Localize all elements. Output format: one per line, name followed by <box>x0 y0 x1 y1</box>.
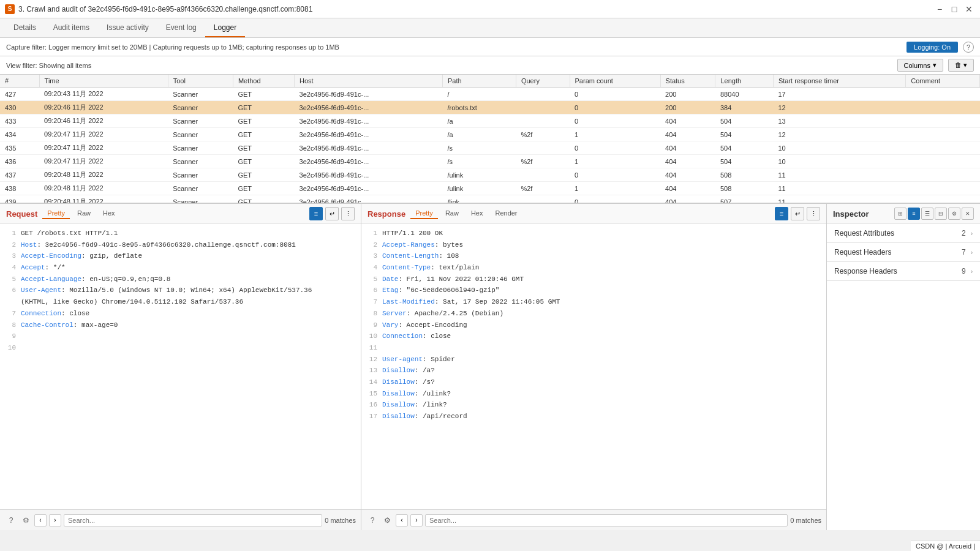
window-controls: − □ ✕ <box>933 3 975 15</box>
bottom-panel: Request Pretty Raw Hex ≡ ↵ ⋮ 1GET /robot… <box>0 203 980 530</box>
response-line: 9Vary: Accept-Encoding <box>368 320 820 331</box>
log-table: # Time Tool Method Host Path Query Param… <box>0 75 980 203</box>
response-panel-header: Response Pretty Raw Hex Render ≡ ↵ ⋮ <box>361 204 826 224</box>
inspector-section-item[interactable]: Request Headers 7 › <box>827 243 980 262</box>
request-panel: Request Pretty Raw Hex ≡ ↵ ⋮ 1GET /robot… <box>0 204 361 530</box>
response-panel-tabs: Pretty Raw Hex Render <box>410 208 522 219</box>
response-line: 3Content-Length: 108 <box>368 250 820 262</box>
response-tab-pretty[interactable]: Pretty <box>410 208 438 219</box>
response-prev-btn[interactable]: ‹ <box>396 514 408 527</box>
request-line: 6User-Agent: Mozilla/5.0 (Windows NT 10.… <box>6 285 355 296</box>
response-settings-icon[interactable]: ⚙ <box>381 514 393 527</box>
response-line: 6Etag: "6c-5e8de0606l940-gzip" <box>368 285 820 296</box>
request-line: 5Accept-Language: en-US;q=0.9,en;q=0.8 <box>6 274 355 285</box>
inspector-view-icons: ⊞ ≡ ☰ ⊟ ⚙ ✕ <box>894 208 974 220</box>
minimize-button[interactable]: − <box>933 3 946 15</box>
table-row[interactable]: 435 09:20:47 11月 2022 Scanner GET 3e2c49… <box>0 141 980 155</box>
inspector-settings-icon[interactable]: ⚙ <box>948 208 960 220</box>
table-row[interactable]: 437 09:20:48 11月 2022 Scanner GET 3e2c49… <box>0 168 980 182</box>
request-panel-tabs: Pretty Raw Hex <box>42 208 119 219</box>
response-tab-raw[interactable]: Raw <box>440 208 464 219</box>
request-prev-btn[interactable]: ‹ <box>34 514 47 527</box>
col-length: Length <box>715 75 773 88</box>
request-help-icon[interactable]: ? <box>5 514 17 527</box>
col-srt: Start response timer <box>773 75 905 88</box>
capture-filter-text: Capture filter: Logger memory limit set … <box>6 43 902 51</box>
trash-button[interactable]: 🗑 ▾ <box>948 59 974 72</box>
logging-button[interactable]: Logging: On <box>907 42 958 53</box>
response-help-icon[interactable]: ? <box>366 514 379 527</box>
request-tab-raw[interactable]: Raw <box>72 208 96 219</box>
request-line: 7Connection: close <box>6 308 355 320</box>
response-tab-render[interactable]: Render <box>490 208 522 219</box>
col-query: Query <box>516 75 570 88</box>
tab-event-log[interactable]: Event log <box>157 18 205 37</box>
request-next-btn[interactable]: › <box>49 514 61 527</box>
table-row[interactable]: 427 09:20:43 11月 2022 Scanner GET 3e2c49… <box>0 88 980 101</box>
inspector-collapse-icon[interactable]: ☰ <box>921 208 933 220</box>
table-row[interactable]: 436 09:20:47 11月 2022 Scanner GET 3e2c49… <box>0 155 980 168</box>
inspector-section-item[interactable]: Response Headers 9 › <box>827 262 980 281</box>
response-search-input[interactable] <box>425 514 788 527</box>
request-line: 3Accept-Encoding: gzip, deflate <box>6 250 355 262</box>
response-view-btn-1[interactable]: ≡ <box>775 207 788 220</box>
request-search-input[interactable] <box>64 514 322 527</box>
tab-logger[interactable]: Logger <box>205 18 245 37</box>
request-view-btn-3[interactable]: ⋮ <box>341 207 355 220</box>
inspector-close-icon[interactable]: ✕ <box>962 208 974 220</box>
col-host: Host <box>295 75 443 88</box>
tab-details[interactable]: Details <box>5 18 45 37</box>
response-line: 17Disallow: /api/record <box>368 411 820 422</box>
col-time: Time <box>39 75 168 88</box>
inspector-grid-icon[interactable]: ⊞ <box>894 208 907 220</box>
request-line: (KHTML, like Gecko) Chrome/104.0.5112.10… <box>6 296 355 308</box>
request-settings-icon[interactable]: ⚙ <box>20 514 32 527</box>
request-panel-icons: ≡ ↵ ⋮ <box>309 207 355 220</box>
request-view-btn-2[interactable]: ↵ <box>325 207 339 220</box>
columns-button[interactable]: Columns ▾ <box>897 59 943 72</box>
table-row[interactable]: 433 09:20:46 11月 2022 Scanner GET 3e2c49… <box>0 114 980 128</box>
response-tab-hex[interactable]: Hex <box>466 208 488 219</box>
table-row[interactable]: 439 09:20:48 11月 2022 Scanner GET 3e2c49… <box>0 195 980 204</box>
col-comment: Comment <box>906 75 980 88</box>
tab-issue-activity[interactable]: Issue activity <box>98 18 157 37</box>
request-panel-header: Request Pretty Raw Hex ≡ ↵ ⋮ <box>0 204 361 224</box>
table-row[interactable]: 438 09:20:48 11月 2022 Scanner GET 3e2c49… <box>0 182 980 195</box>
col-method: Method <box>233 75 294 88</box>
response-search-bar: ? ⚙ ‹ › 0 matches <box>361 509 826 530</box>
request-line: 1GET /robots.txt HTTP/1.1 <box>6 228 355 239</box>
response-line: 16Disallow: /link? <box>368 399 820 411</box>
request-tab-pretty[interactable]: Pretty <box>42 208 70 219</box>
inspector-section-item[interactable]: Request Attributes 2 › <box>827 224 980 243</box>
request-content: 1GET /robots.txt HTTP/1.12Host: 3e2c4956… <box>0 224 361 509</box>
inspector-list-icon[interactable]: ≡ <box>908 208 920 220</box>
response-line: 7Last-Modified: Sat, 17 Sep 2022 11:46:0… <box>368 296 820 308</box>
tab-audit-items[interactable]: Audit items <box>45 18 98 37</box>
inspector-expand-icon[interactable]: ⊟ <box>935 208 947 220</box>
request-line: 4Accept: */* <box>6 262 355 274</box>
response-line: 2Accept-Ranges: bytes <box>368 239 820 251</box>
title-bar-left: S 3. Crawl and audit of 3e2c4956-f6d9-49… <box>5 4 312 14</box>
close-button[interactable]: ✕ <box>963 3 975 15</box>
response-line: 8Server: Apache/2.4.25 (Debian) <box>368 308 820 320</box>
response-search-section: ? ⚙ ‹ › 0 matches <box>361 510 826 530</box>
response-line: 15Disallow: /ulink? <box>368 388 820 400</box>
response-line: 5Date: Fri, 11 Nov 2022 01:20:46 GMT <box>368 274 820 285</box>
table-row[interactable]: 430 09:20:46 11月 2022 Scanner GET 3e2c49… <box>0 101 980 114</box>
request-line: 2Host: 3e2c4956-f6d9-491c-8e95-a9f4366c6… <box>6 239 355 251</box>
taskbar-text: CSDN @ | Arcueid | <box>916 542 975 550</box>
response-view-btn-3[interactable]: ⋮ <box>807 207 820 220</box>
table-row[interactable]: 434 09:20:47 11月 2022 Scanner GET 3e2c49… <box>0 128 980 141</box>
view-filter-bar: View filter: Showing all items Columns ▾… <box>0 56 980 75</box>
response-next-btn[interactable]: › <box>410 514 423 527</box>
maximize-button[interactable]: □ <box>948 3 960 15</box>
response-panel: Response Pretty Raw Hex Render ≡ ↵ ⋮ 1HT… <box>361 204 827 530</box>
request-view-btn-1[interactable]: ≡ <box>309 207 323 220</box>
help-icon[interactable]: ? <box>963 42 974 53</box>
response-line: 14Disallow: /s? <box>368 377 820 388</box>
request-search-bar: ? ⚙ ‹ › 0 matches <box>0 509 361 530</box>
response-line: 11 <box>368 342 820 354</box>
inspector-header: Inspector ⊞ ≡ ☰ ⊟ ⚙ ✕ <box>827 204 980 224</box>
response-view-btn-2[interactable]: ↵ <box>791 207 804 220</box>
request-tab-hex[interactable]: Hex <box>98 208 120 219</box>
